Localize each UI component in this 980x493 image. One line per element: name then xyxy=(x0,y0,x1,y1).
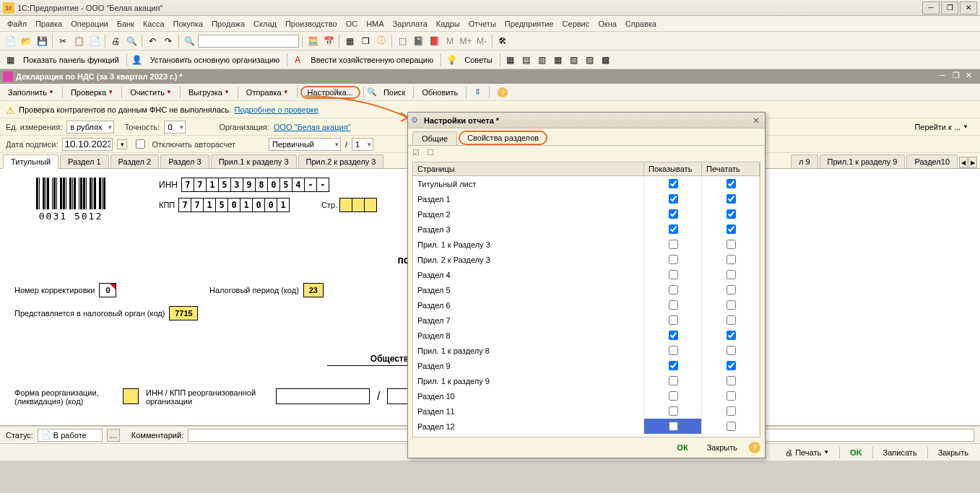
print-checkbox[interactable] xyxy=(727,346,736,355)
org-link[interactable]: ООО "Белая акация" xyxy=(274,123,351,131)
struct-icon[interactable]: ▦ xyxy=(503,53,518,67)
export-button[interactable]: Выгрузка ▼ xyxy=(183,86,235,99)
minimize-button[interactable]: ─ xyxy=(922,1,940,14)
table-row[interactable]: Раздел 5 xyxy=(413,282,760,297)
table-row[interactable]: Раздел 4 xyxy=(413,267,760,282)
list5-icon[interactable]: ▨ xyxy=(583,53,597,67)
show-checkbox[interactable] xyxy=(669,422,678,431)
menu-service[interactable]: Сервис xyxy=(558,18,594,30)
doc-maximize[interactable]: ❐ xyxy=(953,71,964,82)
register-icon[interactable]: 📕 xyxy=(427,34,441,48)
table-row[interactable]: Раздел 11 xyxy=(413,403,760,419)
kpp-cell[interactable]: 0 xyxy=(227,198,240,212)
table-row[interactable]: Прил. 1 к разделу 9 xyxy=(413,373,760,388)
show-checkbox[interactable] xyxy=(669,209,678,219)
print-checkbox[interactable] xyxy=(727,391,736,401)
inn-cell[interactable]: 4 xyxy=(292,178,305,192)
table-row[interactable]: Раздел 7 xyxy=(413,313,760,328)
tab-section1[interactable]: Раздел 1 xyxy=(60,154,109,168)
show-panel-button[interactable]: Показать панель функций xyxy=(19,54,123,66)
show-checkbox[interactable] xyxy=(669,406,678,416)
m-minus-icon[interactable]: M- xyxy=(474,34,489,48)
fill-button[interactable]: Заполнить ▼ xyxy=(3,86,59,99)
tab-app1-9[interactable]: Прил.1 к разделу 9 xyxy=(820,154,906,168)
inn-cell[interactable]: 0 xyxy=(267,178,280,192)
sign-date-input[interactable] xyxy=(62,138,113,151)
type-combo[interactable]: Первичный xyxy=(269,138,341,151)
refresh-button[interactable]: Обновить xyxy=(417,86,463,99)
show-checkbox[interactable] xyxy=(669,270,678,279)
kpp-cell[interactable]: 1 xyxy=(203,198,216,212)
ok-button[interactable]: OK xyxy=(844,447,868,458)
print-checkbox[interactable] xyxy=(727,255,736,264)
help-icon[interactable]: ⓘ xyxy=(374,34,389,48)
tab-section3[interactable]: Раздел 3 xyxy=(160,154,209,168)
maximize-button[interactable]: ❐ xyxy=(941,1,958,14)
org-icon[interactable]: 👤 xyxy=(130,53,144,67)
clear-button[interactable]: Очистить ▼ xyxy=(125,86,177,99)
page-combo[interactable]: 1 xyxy=(352,138,373,151)
print-checkbox[interactable] xyxy=(727,300,736,310)
preview-icon[interactable]: 🔍 xyxy=(124,34,139,48)
tools-icon[interactable]: 🛠 xyxy=(495,34,510,48)
print-checkbox[interactable] xyxy=(727,194,736,204)
table-row[interactable]: Титульный лист xyxy=(413,176,760,192)
settings-button[interactable]: Настройка... xyxy=(300,86,360,99)
warning-link[interactable]: Подробнее о проверке xyxy=(234,105,318,114)
col-print[interactable]: Печатать xyxy=(702,162,760,176)
str-cell[interactable] xyxy=(364,198,377,212)
print-checkbox[interactable] xyxy=(727,376,736,385)
table-row[interactable]: Прил. 1 к разделу 8 xyxy=(413,343,760,358)
print-checkbox[interactable] xyxy=(727,285,736,295)
inn-cell[interactable]: 8 xyxy=(255,178,268,192)
save-icon[interactable]: 💾 xyxy=(35,34,49,48)
reorg-cell[interactable] xyxy=(123,388,139,404)
list1-icon[interactable]: ▤ xyxy=(519,53,534,67)
kpp-cells[interactable]: 771501001 xyxy=(179,198,290,212)
close-button[interactable]: Закрыть xyxy=(932,447,974,458)
print-checkbox[interactable] xyxy=(727,179,736,188)
enter-op-button[interactable]: Ввести хозяйственную операцию xyxy=(306,54,438,66)
menu-os[interactable]: ОС xyxy=(342,18,363,30)
status-dots-button[interactable]: … xyxy=(107,429,120,442)
inn-cell[interactable]: 9 xyxy=(243,178,256,192)
set-org-button[interactable]: Установить основную организацию xyxy=(146,54,285,66)
panel-icon[interactable]: ▦ xyxy=(3,53,17,67)
show-checkbox[interactable] xyxy=(669,300,678,310)
m-icon[interactable]: M xyxy=(443,34,457,48)
kpp-cell[interactable]: 0 xyxy=(252,198,265,212)
list4-icon[interactable]: ▧ xyxy=(567,53,581,67)
print-icon[interactable]: 🖨 xyxy=(108,34,123,48)
tips-button[interactable]: Советы xyxy=(460,54,496,66)
print-checkbox[interactable] xyxy=(727,224,736,234)
filter-icon[interactable]: ▦ xyxy=(342,34,357,48)
tab-section10[interactable]: Раздел10 xyxy=(906,154,958,168)
menu-production[interactable]: Производство xyxy=(281,18,342,30)
menu-windows[interactable]: Окна xyxy=(594,18,621,30)
kpp-cell[interactable]: 5 xyxy=(215,198,228,212)
windows-icon[interactable]: ❐ xyxy=(358,34,373,48)
doc-close[interactable]: ✕ xyxy=(966,71,977,82)
print-checkbox[interactable] xyxy=(727,361,736,370)
menu-salary[interactable]: Зарплата xyxy=(389,18,432,30)
print-checkbox[interactable] xyxy=(727,209,736,219)
inn-cell[interactable]: 7 xyxy=(194,178,207,192)
copy-icon[interactable]: 📋 xyxy=(71,34,86,48)
kpp-cell[interactable]: 7 xyxy=(191,198,204,212)
tab-title[interactable]: Титульный xyxy=(3,154,58,169)
table-row[interactable]: Раздел 2 xyxy=(413,206,760,222)
show-checkbox[interactable] xyxy=(669,285,678,295)
print-checkbox[interactable] xyxy=(727,315,736,325)
op-icon[interactable]: A xyxy=(290,53,305,67)
popup-close-button-2[interactable]: Закрыть xyxy=(700,442,745,453)
goto-button[interactable]: Перейти к ...▼ xyxy=(909,121,974,133)
disable-auto-checkbox[interactable] xyxy=(136,139,145,149)
precision-combo[interactable]: 0 xyxy=(164,121,186,134)
inn-cells[interactable]: 7715398054-- xyxy=(182,178,329,192)
check-button[interactable]: Проверка ▼ xyxy=(66,86,118,99)
menu-enterprise[interactable]: Предприятие xyxy=(500,18,558,30)
inn-cell[interactable]: 1 xyxy=(206,178,219,192)
col-show[interactable]: Показывать xyxy=(644,162,702,176)
calendar-icon[interactable]: ▾ xyxy=(117,139,127,149)
table-row[interactable]: Прил. 2 к Разделу 3 xyxy=(413,252,760,267)
